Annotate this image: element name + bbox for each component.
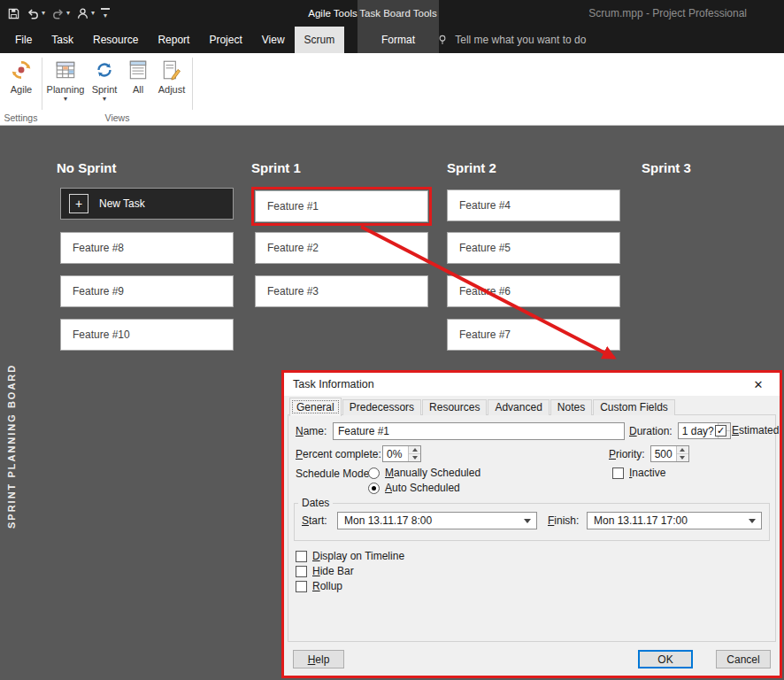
name-input[interactable] [333,422,625,440]
all-button[interactable]: All [123,57,153,112]
close-icon[interactable]: ✕ [746,373,771,396]
display-on-timeline-checkbox[interactable] [296,551,307,562]
account-button[interactable]: ▾ [76,7,95,20]
task-card-highlighted[interactable]: Feature #1 [255,190,428,222]
percent-complete-spinner[interactable]: 0% [382,445,421,462]
contextual-group-task-board-tools: Task Board Tools Format [357,0,439,53]
tab-custom-fields[interactable]: Custom Fields [593,399,675,415]
customize-quick-access-toolbar-button[interactable]: ▾ [101,8,110,19]
schedule-mode-label-row: Schedule Mode: [296,468,373,480]
priority-spinner[interactable]: 500 [650,445,689,462]
bar-icon [101,8,110,10]
start-date-value: Mon 13.11.17 8:00 [344,514,432,527]
contextual-group-label: Task Board Tools [357,0,439,27]
cancel-button-label: Cancel [726,653,759,666]
tab-notes[interactable]: Notes [550,399,592,415]
adjust-pencil-icon [160,58,183,81]
dates-group: Dates Start: Mon 13.11.17 8:00 Finish: M… [294,497,770,541]
tab-resource[interactable]: Resource [83,27,148,53]
redo-button[interactable]: ▾ [51,7,70,20]
manually-scheduled-option[interactable]: Manually Scheduled [368,467,480,479]
hide-bar-checkbox[interactable] [296,566,307,577]
task-card[interactable]: Feature #3 [255,275,428,307]
chevron-down-icon: ▾ [91,10,95,17]
ok-button[interactable]: OK [638,650,693,668]
task-card[interactable]: Feature #9 [60,275,234,307]
all-sheet-icon [127,58,150,81]
agile-button-label: Agile [11,84,32,95]
priority-label: Priority: [609,448,645,460]
tab-advanced[interactable]: Advanced [488,399,549,415]
hide-bar-row[interactable]: Hide Bar [296,565,354,577]
tab-report[interactable]: Report [148,27,199,53]
tab-task[interactable]: Task [42,27,83,53]
task-card[interactable]: Feature #10 [60,319,234,351]
ribbon-group-settings-label: Settings [0,112,42,123]
chevron-down-icon: ▾ [64,96,67,103]
inactive-checkbox[interactable] [612,468,624,479]
manually-scheduled-radio[interactable] [368,468,380,479]
help-button-label: Help [308,653,330,666]
hide-bar-label: Hide Bar [312,565,354,577]
percent-complete-label: Percent complete: [296,448,377,460]
help-button[interactable]: Help [293,650,344,668]
tell-me-box[interactable]: Tell me what you want to do [429,27,586,53]
display-on-timeline-row[interactable]: Display on Timeline [296,550,404,562]
tab-format[interactable]: Format [357,27,439,53]
name-field-row: Name: [296,422,625,440]
all-button-label: All [133,84,143,95]
save-button[interactable] [7,7,20,20]
estimated-label: Estimated [732,424,779,437]
finish-date-combobox[interactable]: Mon 13.11.17 17:00 [587,512,762,529]
task-card[interactable]: Feature #2 [255,232,428,264]
dialog-tab-strip: General Predecessors Resources Advanced … [289,396,676,415]
ribbon-group-divider [192,58,193,110]
spinner-arrows-icon[interactable] [408,446,420,461]
new-task-button[interactable]: + New Task [60,188,234,220]
tell-me-placeholder: Tell me what you want to do [455,34,586,46]
sprint-button[interactable]: Sprint ▾ [88,57,121,112]
percent-complete-row: Percent complete: 0% [296,445,421,462]
cancel-button[interactable]: Cancel [716,650,771,668]
tab-scrum[interactable]: Scrum [295,27,345,53]
spinner-arrows-icon[interactable] [676,446,688,461]
rollup-row[interactable]: Rollup [296,580,342,592]
agile-gear-icon [10,58,33,81]
rollup-checkbox[interactable] [296,581,307,592]
task-information-dialog: Task Information ✕ General Predecessors … [281,370,782,678]
inactive-checkbox-row[interactable]: Inactive [612,467,665,479]
start-date-combobox[interactable]: Mon 13.11.17 8:00 [337,512,537,529]
auto-scheduled-radio[interactable] [368,483,380,494]
task-card[interactable]: Feature #6 [447,275,620,307]
sprint-button-label: Sprint [92,84,118,95]
undo-icon [27,7,40,20]
planning-button[interactable]: Planning ▾ [45,57,86,112]
chevron-down-icon: ▾ [104,12,107,19]
estimated-checkbox-row[interactable]: ✓ Estimated [715,424,779,437]
tab-file[interactable]: File [5,27,42,53]
estimated-checkbox[interactable]: ✓ [715,425,726,437]
dialog-title: Task Information [293,378,374,390]
finish-date-value: Mon 13.11.17 17:00 [594,514,688,527]
tab-general[interactable]: General [289,398,342,416]
dialog-tab-page-general: Name: Duration: 1 day? ✓ Estimated Perce… [288,414,776,642]
tab-view[interactable]: View [252,27,295,53]
adjust-button[interactable]: Adjust [154,57,189,112]
dialog-title-bar: Task Information ✕ [284,373,780,396]
tab-predecessors[interactable]: Predecessors [342,399,421,415]
person-icon [76,7,89,20]
tab-project[interactable]: Project [199,27,251,53]
rollup-label: Rollup [312,580,342,592]
priority-row: Priority: 500 [609,445,689,462]
task-card[interactable]: Feature #8 [60,232,234,264]
auto-scheduled-option[interactable]: Auto Scheduled [368,482,460,494]
new-task-label: New Task [99,197,145,210]
tab-resources[interactable]: Resources [422,399,487,415]
undo-button[interactable]: ▾ [27,7,45,20]
agile-button[interactable]: Agile [2,57,41,112]
task-card[interactable]: Feature #7 [447,319,620,351]
percent-complete-value: 0% [383,446,408,461]
task-card[interactable]: Feature #5 [447,232,620,264]
task-card[interactable]: Feature #4 [447,189,620,221]
save-icon [7,7,20,20]
